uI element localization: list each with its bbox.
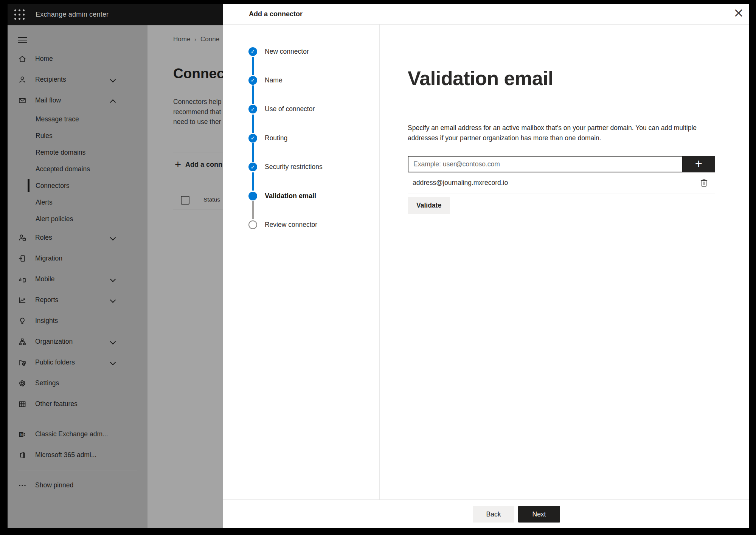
sidebar-item-message-trace[interactable]: Message trace xyxy=(8,111,147,127)
chevron-down-icon xyxy=(110,340,115,344)
svg-text:E: E xyxy=(20,432,23,437)
email-input[interactable] xyxy=(408,156,683,172)
mail-icon xyxy=(17,96,27,105)
check-circle-icon xyxy=(248,76,257,85)
app-title: Exchange admin center xyxy=(36,11,109,19)
hamburger-icon[interactable] xyxy=(8,32,147,48)
wizard-step-name[interactable]: Name xyxy=(223,76,379,85)
breadcrumb: Home › Conne xyxy=(173,36,219,43)
step-connector-line xyxy=(252,143,254,161)
screen: Exchange admin center HomeRecipientsMail… xyxy=(8,4,749,528)
wizard-step-use-of-connector[interactable]: Use of connector xyxy=(223,105,379,114)
chevron-up-icon xyxy=(110,98,115,103)
sidebar-item-reports[interactable]: Reports xyxy=(8,290,147,310)
sidebar-item-organization[interactable]: Organization xyxy=(8,331,147,352)
step-connector-line xyxy=(252,201,254,219)
plus-icon: + xyxy=(175,159,181,170)
sidebar-item-home[interactable]: Home xyxy=(8,48,147,69)
step-connector-line xyxy=(252,85,254,104)
home-icon xyxy=(17,54,27,64)
mobile-icon xyxy=(17,275,27,284)
step-heading: Validation email xyxy=(408,67,553,90)
wizard-steps: New connectorNameUse of connectorRouting… xyxy=(223,25,380,499)
ellipsis-icon xyxy=(17,481,27,490)
add-connector-button[interactable]: + Add a conn xyxy=(175,158,222,171)
address-list-divider xyxy=(408,194,715,194)
office-logo-icon xyxy=(17,451,27,460)
person-icon xyxy=(17,75,27,84)
panel-body: New connectorNameUse of connectorRouting… xyxy=(223,25,749,499)
wizard-step-review-connector[interactable]: Review connector xyxy=(223,220,379,229)
panel-footer: Back Next xyxy=(223,499,749,528)
trash-icon[interactable] xyxy=(699,178,709,188)
wizard-step-security-restrictions[interactable]: Security restrictions xyxy=(223,163,379,172)
sidebar-item-other-features[interactable]: Other features xyxy=(8,394,147,414)
sidebar-item-rules[interactable]: Rules xyxy=(8,127,147,144)
check-circle-icon xyxy=(248,163,257,171)
left-nav: HomeRecipientsMail flowMessage traceRule… xyxy=(8,25,147,528)
email-entry-row xyxy=(408,156,715,172)
page-description: Connectors help recommend that need to u… xyxy=(173,97,221,127)
sidebar-item-roles[interactable]: Roles xyxy=(8,227,147,248)
sidebar-item-alert-policies[interactable]: Alert policies xyxy=(8,211,147,227)
sidebar-item-accepted-domains[interactable]: Accepted domains xyxy=(8,161,147,177)
panel-header: Add a connector xyxy=(223,4,749,25)
folder-globe-icon xyxy=(17,358,27,367)
next-button[interactable]: Next xyxy=(518,506,560,523)
gear-icon xyxy=(17,379,27,388)
sidebar-item-mail-flow[interactable]: Mail flow xyxy=(8,90,147,111)
sidebar-divider xyxy=(18,470,137,470)
current-step-icon xyxy=(248,192,257,200)
sidebar-item-settings[interactable]: Settings xyxy=(8,373,147,394)
chevron-down-icon xyxy=(110,298,115,302)
step-connector-line xyxy=(252,57,254,75)
sidebar-item-migration[interactable]: Migration xyxy=(8,248,147,269)
close-icon[interactable] xyxy=(730,4,747,21)
sidebar-item-public-folders[interactable]: Public folders xyxy=(8,352,147,373)
add-connector-panel: Add a connector New connectorNameUse of … xyxy=(223,4,749,528)
sidebar-item-show-pinned[interactable]: Show pinned xyxy=(8,475,147,496)
status-column-header[interactable]: Status xyxy=(203,196,220,203)
sidebar-item-recipients[interactable]: Recipients xyxy=(8,69,147,90)
org-chart-icon xyxy=(17,337,27,346)
chevron-down-icon xyxy=(110,78,115,82)
roles-icon xyxy=(17,233,27,242)
wizard-step-new-connector[interactable]: New connector xyxy=(223,47,379,56)
chevron-down-icon xyxy=(110,236,115,240)
app-launcher-icon[interactable] xyxy=(12,7,27,22)
table-grid-icon xyxy=(17,400,27,409)
wizard-content: Validation email Specify an email addres… xyxy=(380,25,749,499)
check-circle-icon xyxy=(248,134,257,143)
sidebar-divider xyxy=(18,419,137,419)
migration-icon xyxy=(17,254,27,263)
select-all-checkbox[interactable] xyxy=(181,196,189,205)
sidebar-item-classic-exchange-adm[interactable]: EClassic Exchange adm... xyxy=(8,424,147,445)
exchange-logo-icon: E xyxy=(17,430,27,439)
check-circle-icon xyxy=(248,105,257,113)
sidebar-item-insights[interactable]: Insights xyxy=(8,310,147,331)
address-value: address@journaling.mxrecord.io xyxy=(413,179,508,187)
step-connector-line xyxy=(252,172,254,191)
wizard-step-validation-email[interactable]: Validation email xyxy=(223,191,379,200)
breadcrumb-connectors[interactable]: Conne xyxy=(200,36,219,43)
check-circle-icon xyxy=(248,47,257,56)
wizard-step-routing[interactable]: Routing xyxy=(223,133,379,143)
reports-icon xyxy=(17,296,27,305)
breadcrumb-home[interactable]: Home xyxy=(173,36,190,43)
lightbulb-icon xyxy=(17,316,27,326)
sidebar-item-connectors[interactable]: Connectors xyxy=(8,177,147,194)
step-connector-line xyxy=(252,115,254,133)
sidebar-item-microsoft-365-admi[interactable]: Microsoft 365 admi... xyxy=(8,445,147,465)
sidebar-item-remote-domains[interactable]: Remote domains xyxy=(8,144,147,161)
panel-title: Add a connector xyxy=(249,10,303,18)
page-title: Connec xyxy=(173,66,225,82)
breadcrumb-separator: › xyxy=(194,36,196,42)
validate-button[interactable]: Validate xyxy=(408,197,450,214)
address-row: address@journaling.mxrecord.io xyxy=(408,174,715,191)
chevron-down-icon xyxy=(110,360,115,365)
sidebar-item-alerts[interactable]: Alerts xyxy=(8,194,147,211)
empty-step-icon xyxy=(248,220,257,229)
back-button[interactable]: Back xyxy=(473,506,514,523)
sidebar-item-mobile[interactable]: Mobile xyxy=(8,269,147,290)
plus-icon[interactable] xyxy=(683,156,715,172)
